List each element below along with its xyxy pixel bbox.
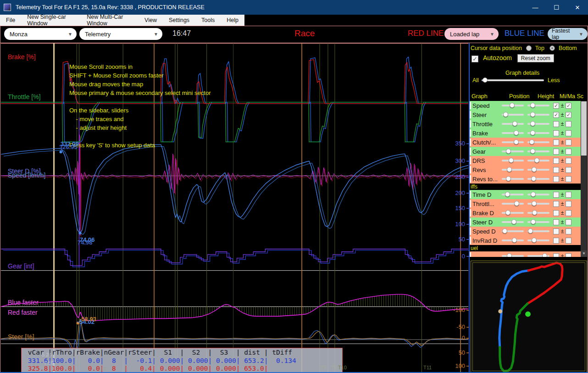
- position-slider[interactable]: [502, 176, 524, 182]
- menu-item-settings[interactable]: Settings: [163, 15, 195, 26]
- min-checkbox[interactable]: ✓: [553, 112, 559, 118]
- height-slider[interactable]: [527, 210, 549, 216]
- red-lap-combo[interactable]: Loaded lap ▼: [444, 28, 499, 40]
- maximize-button[interactable]: ☐: [546, 0, 567, 15]
- plus-minus-button[interactable]: ±: [559, 191, 566, 198]
- height-slider[interactable]: [527, 121, 549, 127]
- position-slider[interactable]: [502, 157, 524, 164]
- close-button[interactable]: ✕: [567, 0, 588, 15]
- height-slider[interactable]: [527, 148, 549, 155]
- position-slider[interactable]: [502, 228, 524, 234]
- scale-checkbox[interactable]: ✓: [566, 103, 571, 109]
- scale-checkbox[interactable]: [566, 176, 571, 182]
- plus-minus-button[interactable]: ±: [559, 139, 566, 145]
- height-slider[interactable]: [527, 130, 549, 136]
- scale-checkbox[interactable]: [566, 139, 571, 145]
- track-map[interactable]: [471, 261, 587, 373]
- scale-checkbox[interactable]: [566, 121, 571, 127]
- plus-minus-button[interactable]: ±: [559, 219, 566, 225]
- position-slider[interactable]: [502, 210, 524, 216]
- menu-item-help[interactable]: Help: [221, 15, 244, 26]
- menu-item-new-multi-car-window[interactable]: New Multi-Car Window: [81, 15, 139, 26]
- plus-minus-button[interactable]: ±: [559, 130, 566, 136]
- position-slider[interactable]: [502, 139, 524, 145]
- plus-minus-button[interactable]: ±: [559, 253, 566, 257]
- plus-minus-button[interactable]: ±: [559, 176, 566, 182]
- position-slider[interactable]: [502, 102, 524, 109]
- scale-checkbox[interactable]: [566, 201, 571, 207]
- scale-checkbox[interactable]: [566, 228, 571, 234]
- height-slider[interactable]: [527, 157, 549, 164]
- min-checkbox[interactable]: [553, 176, 559, 182]
- plus-minus-button[interactable]: ±: [559, 102, 566, 109]
- position-slider[interactable]: [502, 167, 524, 173]
- min-checkbox[interactable]: [553, 253, 559, 257]
- height-slider[interactable]: [527, 219, 549, 225]
- min-checkbox[interactable]: [553, 238, 559, 244]
- scale-checkbox[interactable]: [566, 219, 571, 225]
- plus-minus-button[interactable]: ±: [559, 111, 566, 118]
- reset-zoom-button[interactable]: Reset zoom: [517, 54, 554, 62]
- telemetry-chart[interactable]: 350300250200150100500-100-50050100 Mouse…: [0, 43, 470, 373]
- height-slider[interactable]: [527, 139, 549, 145]
- position-slider[interactable]: [502, 121, 524, 127]
- height-slider[interactable]: [527, 237, 549, 244]
- min-checkbox[interactable]: [553, 167, 559, 173]
- scale-checkbox[interactable]: [566, 192, 571, 198]
- min-checkbox[interactable]: [553, 219, 559, 225]
- scale-checkbox[interactable]: [566, 238, 571, 244]
- min-checkbox[interactable]: [553, 121, 559, 127]
- graph-details-slider[interactable]: [482, 77, 544, 84]
- min-checkbox[interactable]: [553, 130, 559, 136]
- radio-top[interactable]: [526, 45, 532, 51]
- plus-minus-button[interactable]: ±: [559, 121, 566, 127]
- menu-item-new-single-car-window[interactable]: New Single-car Window: [21, 15, 81, 26]
- height-slider[interactable]: [527, 176, 549, 182]
- scale-checkbox[interactable]: [566, 210, 571, 216]
- plus-minus-button[interactable]: ±: [559, 210, 566, 216]
- scrollbar-down-arrow[interactable]: ▼: [581, 251, 587, 257]
- menu-item-file[interactable]: File: [0, 15, 21, 26]
- height-slider[interactable]: [527, 167, 549, 173]
- scale-checkbox[interactable]: [566, 253, 571, 257]
- position-slider[interactable]: [502, 148, 524, 155]
- position-slider[interactable]: [502, 130, 524, 136]
- height-slider[interactable]: [527, 228, 549, 234]
- height-slider[interactable]: [527, 191, 549, 198]
- position-slider[interactable]: [502, 111, 524, 118]
- position-slider[interactable]: [502, 191, 524, 198]
- min-checkbox[interactable]: ✓: [553, 103, 559, 109]
- min-checkbox[interactable]: [553, 149, 559, 155]
- radio-bottom[interactable]: [549, 45, 555, 51]
- plus-minus-button[interactable]: ±: [559, 167, 566, 173]
- height-slider[interactable]: [527, 102, 549, 109]
- min-checkbox[interactable]: [553, 228, 559, 234]
- rows-scrollbar[interactable]: ▼: [581, 101, 587, 257]
- autozoom-checkbox[interactable]: ✓: [472, 56, 478, 62]
- plus-minus-button[interactable]: ±: [559, 157, 566, 164]
- min-checkbox[interactable]: [553, 158, 559, 164]
- plus-minus-button[interactable]: ±: [559, 148, 566, 155]
- min-checkbox[interactable]: [553, 139, 559, 145]
- scale-checkbox[interactable]: [566, 130, 571, 136]
- height-slider[interactable]: [527, 253, 549, 257]
- position-slider[interactable]: [502, 219, 524, 225]
- plus-minus-button[interactable]: ±: [559, 228, 566, 234]
- plus-minus-button[interactable]: ±: [559, 237, 566, 244]
- mode-combo[interactable]: Telemetry ▼: [79, 28, 162, 40]
- scale-checkbox[interactable]: [566, 158, 571, 164]
- scrollbar-thumb[interactable]: [581, 101, 587, 156]
- position-slider[interactable]: [502, 200, 524, 207]
- height-slider[interactable]: [527, 111, 549, 118]
- minimize-button[interactable]: —: [525, 0, 546, 15]
- scale-checkbox[interactable]: ✓: [566, 112, 571, 118]
- scale-checkbox[interactable]: [566, 149, 571, 155]
- position-slider[interactable]: [502, 237, 524, 244]
- menu-item-tools[interactable]: Tools: [195, 15, 221, 26]
- plus-minus-button[interactable]: ±: [559, 200, 566, 207]
- position-slider[interactable]: [502, 253, 524, 257]
- min-checkbox[interactable]: [553, 201, 559, 207]
- scale-checkbox[interactable]: [566, 167, 571, 173]
- track-combo[interactable]: Monza ▼: [4, 28, 77, 40]
- min-checkbox[interactable]: [553, 210, 559, 216]
